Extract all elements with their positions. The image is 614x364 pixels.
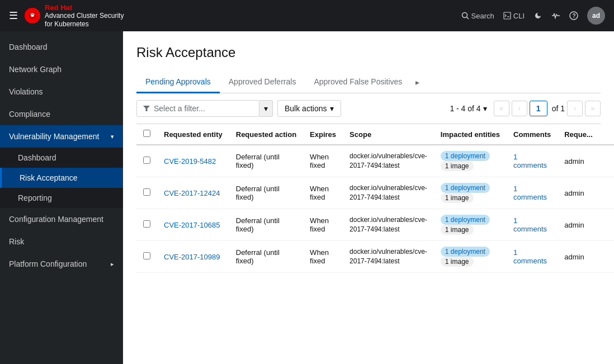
row-comments[interactable]: 1 comments bbox=[507, 145, 558, 177]
image-badge[interactable]: 1 image bbox=[441, 257, 474, 267]
sidebar-item-risk[interactable]: Risk bbox=[0, 230, 123, 253]
sidebar-item-network-graph[interactable]: Network Graph bbox=[0, 58, 123, 81]
filter-dropdown-button[interactable]: ▾ bbox=[259, 100, 273, 117]
deployment-badge[interactable]: 1 deployment bbox=[441, 151, 490, 161]
col-header-impacted: Impacted entities bbox=[434, 124, 507, 145]
pagination-range: 1 - 4 of 4 ▾ bbox=[450, 104, 487, 113]
row-comments[interactable]: 1 comments bbox=[507, 177, 558, 209]
sidebar-item-platform-configuration[interactable]: Platform Configuration ▸ bbox=[0, 253, 123, 275]
tabs-bar: Pending Approvals Approved Deferrals App… bbox=[136, 72, 601, 93]
pagination-prev-button[interactable]: ‹ bbox=[512, 101, 527, 116]
row-requester: admin bbox=[558, 209, 599, 241]
redhat-logo bbox=[25, 8, 40, 23]
table-row: CVE-2019-5482 Deferral (until fixed) Whe… bbox=[136, 145, 614, 177]
hamburger-menu[interactable]: ☰ bbox=[9, 10, 18, 22]
row-expires: When fixed bbox=[303, 177, 343, 209]
risk-acceptance-table: Requested entity Requested action Expire… bbox=[136, 124, 614, 273]
row-action-menu-button[interactable]: ⋮ bbox=[606, 249, 614, 264]
product-name: Advanced Cluster Security for Kubernetes bbox=[45, 12, 124, 28]
pagination-last-button[interactable]: » bbox=[585, 101, 601, 116]
pagination-total: of 1 bbox=[552, 104, 565, 113]
tab-overflow-button[interactable]: ▸ bbox=[411, 72, 424, 93]
row-checkbox-0[interactable] bbox=[143, 157, 150, 164]
activity-icon[interactable] bbox=[551, 11, 560, 20]
deployment-badge[interactable]: 1 deployment bbox=[441, 247, 490, 257]
sidebar-submenu-vulnerability: Dashboard Risk Acceptance Reporting bbox=[0, 148, 123, 208]
sidebar-subitem-risk-acceptance[interactable]: Risk Acceptance bbox=[0, 168, 123, 188]
image-badge[interactable]: 1 image bbox=[441, 193, 474, 203]
row-requester: admin bbox=[558, 241, 599, 273]
tab-approved-deferrals[interactable]: Approved Deferrals bbox=[220, 72, 305, 93]
row-impacted: 1 deployment 1 image bbox=[434, 209, 507, 241]
sidebar-item-violations[interactable]: Violations bbox=[0, 81, 123, 103]
row-action: Deferral (until fixed) bbox=[229, 177, 303, 209]
deployment-badge[interactable]: 1 deployment bbox=[441, 215, 490, 225]
table-row: CVE-2017-10989 Deferral (until fixed) Wh… bbox=[136, 241, 614, 273]
col-header-scope: Scope bbox=[343, 124, 434, 145]
row-entity[interactable]: CVE-2017-12424 bbox=[157, 177, 229, 209]
image-badge[interactable]: 1 image bbox=[441, 225, 474, 235]
sidebar-subitem-reporting[interactable]: Reporting bbox=[0, 188, 123, 208]
search-button[interactable]: Search bbox=[461, 12, 494, 20]
pagination-next-button[interactable]: › bbox=[567, 101, 583, 116]
avatar[interactable]: ad bbox=[587, 7, 605, 25]
row-comments[interactable]: 1 comments bbox=[507, 241, 558, 273]
filter-input[interactable]: Select a filter... bbox=[136, 100, 259, 117]
cli-button[interactable]: CLI bbox=[503, 12, 525, 20]
cli-icon bbox=[503, 12, 511, 20]
pagination-chevron-icon[interactable]: ▾ bbox=[483, 104, 487, 113]
select-all-header bbox=[136, 124, 157, 145]
tab-approved-false-positives[interactable]: Approved False Positives bbox=[305, 72, 411, 93]
sidebar-item-vulnerability-management[interactable]: Vulnerability Management ▾ bbox=[0, 125, 123, 148]
row-action: Deferral (until fixed) bbox=[229, 209, 303, 241]
chevron-down-icon: ▾ bbox=[111, 133, 114, 140]
table-row: CVE-2017-10685 Deferral (until fixed) Wh… bbox=[136, 209, 614, 241]
bulk-actions-button[interactable]: Bulk actions ▾ bbox=[277, 100, 341, 117]
chevron-right-icon: ▸ bbox=[111, 261, 114, 268]
tab-pending-approvals[interactable]: Pending Approvals bbox=[136, 72, 220, 93]
row-entity[interactable]: CVE-2017-10989 bbox=[157, 241, 229, 273]
row-checkbox-3[interactable] bbox=[143, 252, 150, 259]
sidebar-subitem-vm-dashboard[interactable]: Dashboard bbox=[0, 148, 123, 168]
row-entity[interactable]: CVE-2019-5482 bbox=[157, 145, 229, 177]
select-all-checkbox[interactable] bbox=[143, 130, 150, 137]
svg-point-1 bbox=[462, 13, 467, 18]
row-entity[interactable]: CVE-2017-10685 bbox=[157, 209, 229, 241]
help-icon: ? bbox=[569, 11, 578, 20]
col-header-comments: Comments bbox=[507, 124, 558, 145]
comments-link[interactable]: 1 comments bbox=[513, 248, 547, 265]
row-action-menu-button[interactable]: ⋮ bbox=[606, 154, 614, 168]
row-action-menu-button[interactable]: ⋮ bbox=[606, 186, 614, 200]
nav-actions: Search CLI ? ad bbox=[461, 7, 605, 25]
comments-link[interactable]: 1 comments bbox=[513, 185, 547, 201]
theme-toggle[interactable] bbox=[533, 11, 542, 20]
help-button[interactable]: ? bbox=[569, 11, 578, 20]
row-expires: When fixed bbox=[303, 241, 343, 273]
row-checkbox-cell bbox=[136, 241, 157, 273]
sidebar-item-dashboard[interactable]: Dashboard bbox=[0, 36, 123, 58]
table-header-row: Requested entity Requested action Expire… bbox=[136, 124, 614, 145]
row-checkbox-1[interactable] bbox=[143, 188, 150, 196]
svg-marker-7 bbox=[143, 106, 150, 111]
pagination: 1 - 4 of 4 ▾ « ‹ 1 of 1 › » bbox=[450, 101, 601, 116]
row-checkbox-2[interactable] bbox=[143, 220, 150, 228]
comments-link[interactable]: 1 comments bbox=[513, 153, 547, 169]
row-impacted: 1 deployment 1 image bbox=[434, 145, 507, 177]
row-comments[interactable]: 1 comments bbox=[507, 209, 558, 241]
comments-link[interactable]: 1 comments bbox=[513, 216, 547, 233]
row-impacted: 1 deployment 1 image bbox=[434, 177, 507, 209]
deployment-badge[interactable]: 1 deployment bbox=[441, 183, 490, 193]
main-layout: Dashboard Network Graph Violations Compl… bbox=[0, 31, 614, 364]
bulk-actions-chevron-icon: ▾ bbox=[330, 104, 334, 113]
company-name: Red Hat bbox=[45, 3, 124, 12]
row-action-menu-button[interactable]: ⋮ bbox=[606, 218, 614, 232]
row-action: Deferral (until fixed) bbox=[229, 241, 303, 273]
row-action-menu-cell: ⋮ bbox=[599, 241, 614, 273]
row-scope: docker.io/vulnerables/cve-2017-7494:late… bbox=[343, 177, 434, 209]
row-requester: admin bbox=[558, 177, 599, 209]
sidebar-item-configuration-management[interactable]: Configuration Management bbox=[0, 208, 123, 230]
image-badge[interactable]: 1 image bbox=[441, 161, 474, 171]
sidebar: Dashboard Network Graph Violations Compl… bbox=[0, 31, 123, 364]
sidebar-item-compliance[interactable]: Compliance bbox=[0, 103, 123, 125]
pagination-first-button[interactable]: « bbox=[494, 101, 509, 116]
